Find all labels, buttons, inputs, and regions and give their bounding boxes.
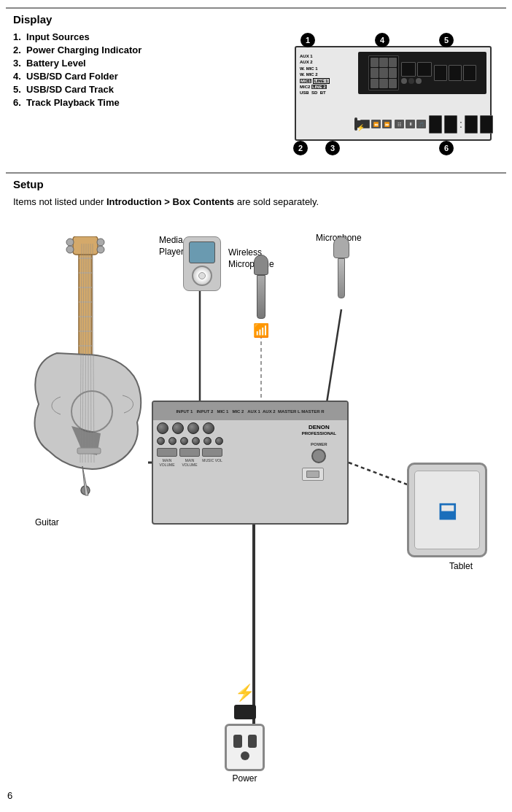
knob-9 [203, 437, 212, 445]
mic-body [327, 236, 356, 298]
track-time-display: : [429, 115, 493, 134]
svg-rect-14 [73, 236, 98, 255]
wmic-handle [257, 275, 265, 319]
media-player [183, 236, 221, 291]
tablet: ⬓ [407, 463, 487, 557]
svg-point-18 [97, 246, 104, 253]
outlet-hole-left [233, 735, 242, 748]
knob-row-1 [157, 422, 296, 434]
mixer-device: INPUT 1 INPUT 2 MIC 1 MIC 2 AUX 1 AUX 2 … [152, 401, 349, 525]
setup-intro: Items not listed under Introduction > Bo… [13, 196, 499, 207]
outlet-hole-right [248, 735, 257, 748]
knob-5 [157, 437, 165, 445]
wifi-icon: 📶 [253, 322, 269, 339]
media-player-label: Media Player [159, 235, 184, 258]
knob-4 [203, 422, 214, 434]
list-item-4: 4. USB/SD Card Folder [13, 71, 265, 82]
power-label: Power [232, 773, 257, 784]
intro-bold: Introduction > Box Contents [106, 196, 234, 207]
ipod-body [183, 236, 221, 291]
playback-controls: ☷ ⏸ 🎵 [395, 120, 426, 128]
guitar [28, 236, 152, 514]
knob-2 [172, 422, 184, 434]
knob-3 [187, 422, 199, 434]
svg-point-16 [66, 246, 74, 253]
list-item-1: 1. Input Sources [13, 31, 265, 42]
knob-6 [168, 437, 177, 445]
main-display-area [358, 52, 486, 94]
power-outlet [225, 724, 265, 771]
fader-label-2: MAIN VOLUME [179, 458, 200, 467]
list-item-2: 2. Power Charging Indicator [13, 45, 265, 55]
ipod-wheel [192, 266, 212, 286]
mic-handle [338, 258, 345, 298]
label-strip: MAIN VOLUME MAIN VOLUME MUSIC VOL [157, 458, 296, 467]
tablet-screen: ⬓ [414, 471, 480, 549]
guitar-svg [28, 236, 152, 514]
knob-1 [157, 422, 168, 434]
setup-section: Setup Items not listed under Introductio… [6, 172, 506, 798]
power-knob [311, 449, 326, 463]
knob-row-2 [157, 437, 296, 445]
mixer-btn-3 [202, 448, 222, 457]
fader-label-1: MAIN VOLUME [157, 458, 177, 467]
list-item-5: 5. USB/SD Card Track [13, 84, 265, 95]
svg-line-3 [327, 309, 341, 403]
mixer-controls-area: MAIN VOLUME MAIN VOLUME MUSIC VOL [157, 422, 296, 517]
bluetooth-icon: ⬓ [438, 498, 457, 522]
wireless-microphone: 📶 [247, 255, 276, 335]
power-section: POWER [302, 442, 336, 463]
page-number: 6 [7, 790, 12, 801]
label-circle-3: 3 [325, 141, 340, 155]
knob-7 [180, 437, 188, 445]
svg-point-17 [97, 239, 104, 246]
display-section: Display 1. Input Sources 2. Power Chargi… [6, 7, 506, 166]
label-circle-1: 1 [300, 33, 315, 47]
power-connector [234, 705, 256, 719]
lightning-icon: ⚡ [235, 684, 255, 703]
knob-8 [192, 437, 200, 445]
mixer-btn-1 [157, 448, 177, 457]
outlet-hole-bottom [241, 751, 249, 760]
svg-rect-26 [77, 448, 101, 454]
list-item-3: 3. Battery Level [13, 58, 265, 69]
label-circle-6: 6 [439, 141, 454, 155]
microphone [327, 236, 356, 309]
button-row-1 [157, 448, 296, 457]
brand-type: PROFESSIONAL [302, 431, 336, 436]
ipod-screen [189, 241, 215, 263]
svg-rect-6 [79, 240, 92, 357]
knob-10 [215, 437, 223, 445]
panel-left-labels: AUX 1AUX 2W. MIC 1W. MIC 2MIC1 LINE 1MIC… [300, 53, 330, 96]
tablet-label: Tablet [449, 561, 473, 571]
fader-label-3: MUSIC VOL [202, 458, 222, 467]
display-title: Display [13, 13, 499, 26]
panel-bottom-row: ⚡ ⏮ ⏪ ⏩ ☷ ⏸ 🎵 [354, 112, 486, 136]
label-circle-4: 4 [375, 33, 389, 47]
tablet-body: ⬓ [407, 463, 487, 557]
outlet-holes-top [233, 735, 257, 748]
battery-display: ⚡ [354, 117, 357, 131]
usb-port [302, 468, 324, 481]
display-content: 1. Input Sources 2. Power Charging Indic… [13, 31, 499, 159]
svg-line-4 [349, 463, 407, 484]
wmic-body: 📶 [247, 255, 276, 339]
list-item-6: 6. Track Playback Time [13, 97, 265, 108]
label-circle-2: 2 [293, 141, 308, 155]
setup-title: Setup [13, 178, 499, 190]
display-list: 1. Input Sources 2. Power Charging Indic… [13, 31, 265, 110]
wmic-head [254, 255, 268, 275]
brand-name: DENON [302, 424, 336, 431]
setup-diagram: Media Player Wireless Microphone 📶 [13, 214, 509, 791]
power-section: ⚡ Power [225, 684, 265, 784]
display-diagram: 1 4 5 AUX 1AUX 2W. MIC 1W. MIC 2MIC1 LIN… [273, 31, 499, 159]
mixer-btn-2 [179, 448, 200, 457]
mixer-brand: DENON PROFESSIONAL POWER [302, 424, 336, 481]
label-circle-5: 5 [439, 33, 454, 47]
display-panel: AUX 1AUX 2W. MIC 1W. MIC 2MIC1 LINE 1MIC… [295, 46, 492, 141]
mic-head [333, 236, 349, 258]
svg-point-15 [66, 239, 74, 246]
ipod-wheel-center [198, 272, 206, 279]
mixer-top-strip: INPUT 1 INPUT 2 MIC 1 MIC 2 AUX 1 AUX 2 … [153, 402, 347, 420]
guitar-label: Guitar [35, 517, 59, 527]
